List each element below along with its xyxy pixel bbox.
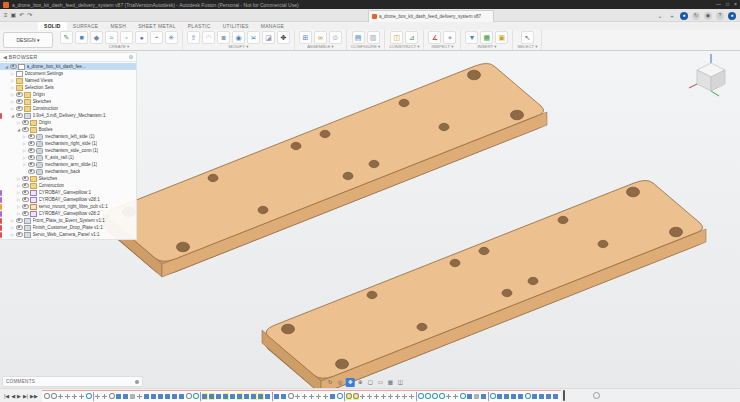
- measure-icon[interactable]: ∡: [428, 31, 441, 44]
- visibility-eye-icon[interactable]: [22, 183, 29, 188]
- timeline-playhead[interactable]: [563, 390, 565, 401]
- timeline-feature-solid-feature[interactable]: [144, 393, 150, 400]
- timeline-feature-sketch-teal[interactable]: [337, 393, 343, 400]
- expand-arrow-icon[interactable]: ▷: [11, 71, 15, 76]
- visibility-eye-icon[interactable]: [22, 176, 29, 181]
- expand-arrow-icon[interactable]: ▷: [17, 176, 21, 181]
- timeline-feature-sketch-teal[interactable]: [525, 393, 531, 400]
- look-at-icon[interactable]: ◎: [336, 378, 345, 387]
- timeline-feature-construction[interactable]: [58, 393, 64, 400]
- timeline-feature-construction[interactable]: [302, 393, 308, 400]
- redo-icon[interactable]: ↷: [27, 10, 32, 21]
- timeline-feature-sketch-teal[interactable]: [425, 393, 431, 400]
- timeline-feature-solid-feature[interactable]: [172, 393, 178, 400]
- select-icon[interactable]: ↖: [521, 31, 534, 44]
- timeline-feature-sketch-suppressed[interactable]: [353, 393, 359, 400]
- timeline-feature-solid-feature[interactable]: [511, 393, 517, 400]
- timeline-feature-solid-feature[interactable]: [274, 393, 280, 400]
- ribbon-tab-solid[interactable]: SOLID: [38, 22, 67, 30]
- timeline-feature-sketch[interactable]: [51, 393, 57, 400]
- configuration-icon[interactable]: ▤: [352, 31, 365, 44]
- visibility-eye-icon[interactable]: [28, 169, 35, 174]
- visibility-eye-icon[interactable]: [28, 155, 35, 160]
- timeline-feature-sketch-teal[interactable]: [460, 393, 466, 400]
- help-icon[interactable]: ?: [716, 12, 724, 20]
- profile-avatar[interactable]: ●: [728, 12, 736, 20]
- timeline-feature-construction[interactable]: [409, 393, 415, 400]
- timeline-feature-sketch-teal[interactable]: [86, 393, 92, 400]
- timeline-feature-sketch-teal[interactable]: [439, 393, 445, 400]
- tree-item[interactable]: ▷Construction: [0, 105, 136, 112]
- expand-arrow-icon[interactable]: ◢: [17, 127, 21, 132]
- ribbon-group-label[interactable]: MODIFY ▾: [229, 44, 249, 49]
- visibility-eye-icon[interactable]: [16, 99, 23, 104]
- timeline-feature-solid-feature[interactable]: [532, 393, 538, 400]
- tree-item[interactable]: ▷CYROBAY_Gamepillow v28:1: [0, 196, 136, 203]
- save-icon[interactable]: ▣: [11, 10, 17, 21]
- timeline-feature-construction[interactable]: [360, 393, 366, 400]
- timeline-feature-construction[interactable]: [446, 393, 452, 400]
- revolve-icon[interactable]: ◆: [90, 31, 103, 44]
- fit-icon[interactable]: ▢: [366, 378, 375, 387]
- expand-arrow-icon[interactable]: ◢: [11, 113, 15, 118]
- timeline-feature-construction[interactable]: [453, 393, 459, 400]
- comments-expand-icon[interactable]: [135, 380, 139, 384]
- view-cube[interactable]: [688, 53, 734, 103]
- visibility-eye-icon[interactable]: [22, 211, 29, 216]
- tree-item[interactable]: ▷X_axis_rail (1): [0, 154, 136, 161]
- sweep-icon[interactable]: ≈: [105, 31, 118, 44]
- expand-arrow-icon[interactable]: ▷: [23, 162, 27, 167]
- timeline-feature-construction[interactable]: [316, 393, 322, 400]
- timeline-feature-construction[interactable]: [381, 393, 387, 400]
- tree-item[interactable]: ▷mechanism_right_side (1): [0, 140, 136, 147]
- expand-arrow-icon[interactable]: ▷: [17, 183, 21, 188]
- expand-arrow-icon[interactable]: ▷: [23, 155, 27, 160]
- timeline-feature-solid-feature-suppressed[interactable]: [223, 393, 229, 400]
- timeline-feature-solid-feature[interactable]: [216, 393, 222, 400]
- expand-arrow-icon[interactable]: ▷: [11, 232, 15, 237]
- expand-arrow-icon[interactable]: ▷: [11, 92, 15, 97]
- timeline-feature-construction[interactable]: [395, 393, 401, 400]
- ribbon-group-label[interactable]: SELECT ▾: [517, 44, 537, 49]
- ribbon-group-label[interactable]: CREATE ▾: [109, 44, 129, 49]
- timeline-feature-solid-feature[interactable]: [116, 393, 122, 400]
- combine-icon[interactable]: ◉: [232, 31, 245, 44]
- visibility-eye-icon[interactable]: [28, 134, 35, 139]
- expand-arrow-icon[interactable]: ◢: [5, 64, 9, 69]
- expand-arrow-icon[interactable]: ▷: [17, 190, 21, 195]
- coil-icon[interactable]: ✳: [165, 31, 178, 44]
- expand-arrow-icon[interactable]: ▷: [17, 120, 21, 125]
- tree-item[interactable]: ▷Servo_Web_Camera_Panel v1:1: [0, 231, 136, 238]
- timeline-feature-construction[interactable]: [72, 393, 78, 400]
- tree-item[interactable]: ◢a_drone_box_kit_dash_fee...: [0, 63, 136, 70]
- ribbon-group-label[interactable]: CONFIGURE ▾: [351, 44, 380, 49]
- visibility-eye-icon[interactable]: [28, 162, 35, 167]
- timeline-feature-sketch-teal[interactable]: [418, 393, 424, 400]
- notifications-icon[interactable]: ◉: [704, 12, 712, 20]
- timeline-feature-solid-feature-suppressed[interactable]: [258, 393, 264, 400]
- tree-item[interactable]: ▷Origin: [0, 119, 136, 126]
- ribbon-group-label[interactable]: ASSEMBLE ▾: [307, 44, 334, 49]
- display-settings-icon[interactable]: ▭: [376, 378, 385, 387]
- timeline-feature-solid-feature[interactable]: [179, 393, 185, 400]
- visibility-eye-icon[interactable]: [16, 218, 23, 223]
- timeline-feature-solid-feature[interactable]: [330, 393, 336, 400]
- timeline-feature-construction[interactable]: [309, 393, 315, 400]
- timeline-feature-solid-feature[interactable]: [265, 393, 271, 400]
- timeline-feature-construction[interactable]: [79, 393, 85, 400]
- expand-arrow-icon[interactable]: ▷: [23, 148, 27, 153]
- timeline-option-icon[interactable]: [593, 392, 600, 399]
- loft-icon[interactable]: ●: [135, 31, 148, 44]
- timeline-feature-construction[interactable]: [388, 393, 394, 400]
- tree-item[interactable]: ▷Front_Plate_to_Event_System v1:1: [0, 217, 136, 224]
- timeline-feature-construction[interactable]: [374, 393, 380, 400]
- tree-item[interactable]: ▷CYROBAY_Gamepillow v28:2: [0, 210, 136, 217]
- visibility-eye-icon[interactable]: [22, 120, 29, 125]
- document-tab[interactable]: a_drone_box_kit_dash_feed_delivery_syste…: [368, 10, 494, 22]
- tree-item[interactable]: ▷mechanism_left_side (1): [0, 133, 136, 140]
- tree-item[interactable]: ▷Origin: [0, 91, 136, 98]
- timeline-feature-sketch[interactable]: [44, 393, 50, 400]
- viewport-canvas[interactable]: ◀ BROWSER ⚙ ◢a_drone_box_kit_dash_fee...…: [0, 51, 740, 402]
- timeline-feature-sketch-teal[interactable]: [490, 393, 496, 400]
- expand-arrow-icon[interactable]: ▷: [17, 204, 21, 209]
